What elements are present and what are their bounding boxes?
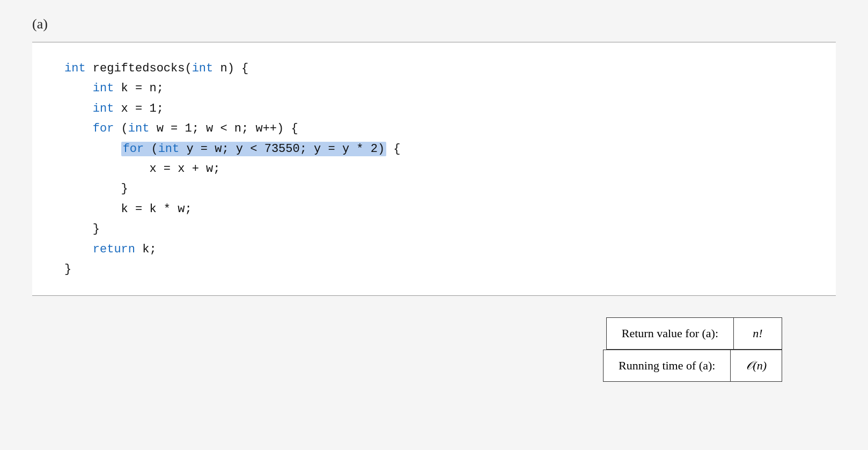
keyword-return: return (93, 243, 135, 256)
return-value-row: Return value for (a): n! (606, 318, 782, 350)
return-value-cell: n! (734, 318, 782, 350)
keyword-int-6: int (158, 142, 180, 156)
running-time-cell: 𝒪(n) (731, 350, 782, 382)
tables-section: Return value for (a): n! Running time of… (32, 317, 836, 382)
keyword-for-1: for (93, 122, 114, 135)
keyword-for-2: for (123, 142, 144, 156)
running-time-label: Running time of (a): (604, 350, 731, 382)
page-container: (a) int regiftedsocks(int n) { int k = n… (32, 16, 836, 450)
keyword-int-3: int (93, 82, 114, 95)
running-time-row: Running time of (a): 𝒪(n) (604, 350, 782, 382)
return-value-text: n! (753, 326, 762, 340)
code-block: int regiftedsocks(int n) { int k = n; in… (32, 42, 836, 296)
keyword-int-4: int (93, 102, 114, 115)
code-pre: int regiftedsocks(int n) { int k = n; in… (64, 59, 809, 279)
running-time-text: 𝒪(n) (746, 359, 767, 372)
keyword-int-1: int (64, 62, 86, 75)
keyword-int-2: int (192, 62, 214, 75)
keyword-int-5: int (128, 122, 150, 135)
running-time-table: Running time of (a): 𝒪(n) (603, 350, 782, 382)
return-value-label: Return value for (a): (606, 318, 733, 350)
return-value-table: Return value for (a): n! (606, 317, 782, 350)
section-label: (a) (32, 16, 836, 32)
highlighted-for-line: for (int y = w; y < 73550; y = y * 2) (121, 142, 387, 156)
